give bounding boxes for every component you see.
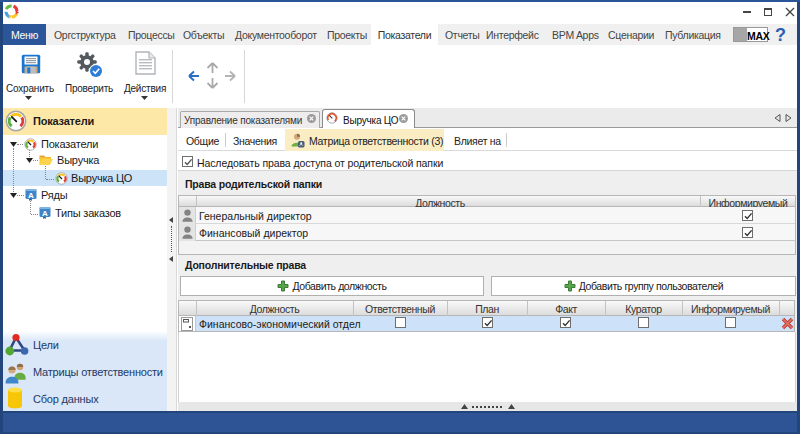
svg-text:A: A	[42, 209, 48, 218]
svg-text:A: A	[28, 191, 34, 200]
